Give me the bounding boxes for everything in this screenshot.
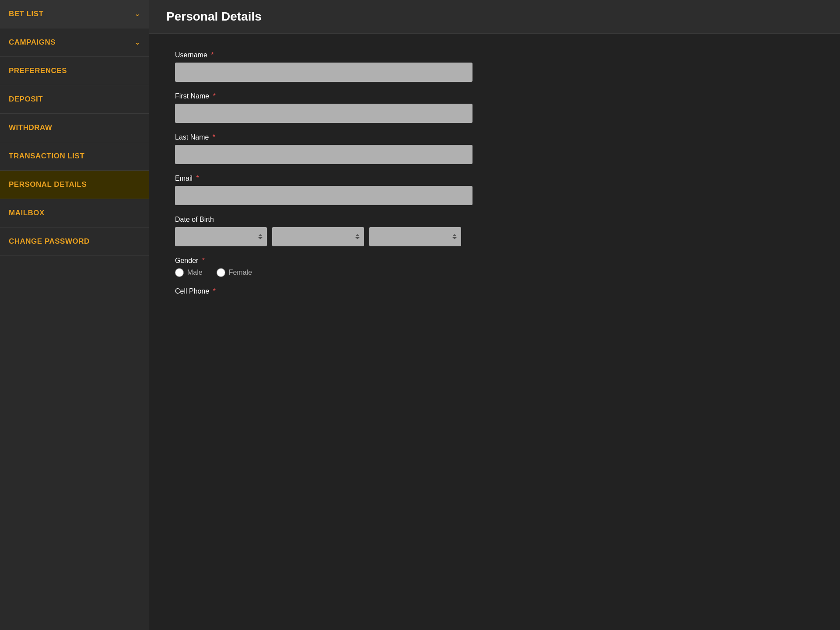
sidebar-item-deposit[interactable]: DEPOSIT (0, 85, 149, 114)
email-input[interactable] (175, 186, 472, 205)
dob-field: Date of Birth (175, 216, 814, 246)
gender-options-container: Male Female (175, 268, 814, 277)
sidebar-item-label: CHANGE PASSWORD (9, 237, 90, 246)
dob-label: Date of Birth (175, 216, 814, 224)
sidebar-item-label: WITHDRAW (9, 123, 52, 132)
gender-female-label: Female (229, 269, 252, 276)
personal-details-form: Username * First Name * Last Name * Emai… (149, 34, 840, 323)
required-marker: * (209, 51, 214, 59)
username-field: Username * (175, 51, 814, 82)
sidebar-item-transaction-list[interactable]: TRANSACTION LIST (0, 142, 149, 171)
gender-male-radio[interactable] (175, 268, 184, 277)
cell-phone-field: Cell Phone * (175, 287, 814, 295)
chevron-down-icon: ⌄ (135, 10, 140, 18)
sidebar: BET LIST ⌄ CAMPAIGNS ⌄ PREFERENCES DEPOS… (0, 0, 149, 630)
required-marker: * (211, 287, 216, 295)
cell-phone-label: Cell Phone * (175, 287, 814, 295)
sidebar-item-preferences[interactable]: PREFERENCES (0, 57, 149, 85)
last-name-field: Last Name * (175, 133, 814, 164)
sidebar-item-label: BET LIST (9, 10, 44, 18)
dob-month-select[interactable] (272, 227, 364, 246)
sidebar-item-label: MAILBOX (9, 209, 45, 217)
dob-year-select[interactable] (369, 227, 461, 246)
sidebar-item-mailbox[interactable]: MAILBOX (0, 199, 149, 228)
sidebar-item-change-password[interactable]: CHANGE PASSWORD (0, 228, 149, 256)
page-header: Personal Details (149, 0, 840, 34)
username-input[interactable] (175, 63, 472, 82)
gender-male-label: Male (187, 269, 203, 276)
first-name-field: First Name * (175, 92, 814, 123)
required-marker: * (194, 175, 199, 182)
gender-field: Gender * Male Female (175, 257, 814, 277)
sidebar-item-bet-list[interactable]: BET LIST ⌄ (0, 0, 149, 28)
sidebar-item-campaigns[interactable]: CAMPAIGNS ⌄ (0, 28, 149, 57)
last-name-label: Last Name * (175, 133, 814, 141)
dob-day-select[interactable] (175, 227, 267, 246)
sidebar-item-label: DEPOSIT (9, 95, 43, 104)
required-marker: * (210, 133, 215, 141)
email-label: Email * (175, 175, 814, 182)
required-marker: * (200, 257, 205, 264)
first-name-input[interactable] (175, 104, 472, 123)
sidebar-item-label: CAMPAIGNS (9, 38, 56, 47)
chevron-down-icon: ⌄ (135, 39, 140, 46)
first-name-label: First Name * (175, 92, 814, 100)
page-title: Personal Details (166, 10, 822, 24)
gender-female-option[interactable]: Female (217, 268, 252, 277)
dob-month-wrapper (272, 227, 364, 246)
gender-label: Gender * (175, 257, 814, 265)
sidebar-item-label: PREFERENCES (9, 66, 67, 75)
required-marker: * (211, 92, 216, 100)
sidebar-item-label: TRANSACTION LIST (9, 152, 84, 161)
dob-day-wrapper (175, 227, 267, 246)
main-content: Personal Details Username * First Name *… (149, 0, 840, 630)
gender-female-radio[interactable] (217, 268, 225, 277)
sidebar-item-withdraw[interactable]: WITHDRAW (0, 114, 149, 142)
dob-selects-container (175, 227, 814, 246)
sidebar-item-label: PERSONAL DETAILS (9, 180, 87, 189)
email-field: Email * (175, 175, 814, 205)
dob-year-wrapper (369, 227, 461, 246)
username-label: Username * (175, 51, 814, 59)
sidebar-item-personal-details[interactable]: PERSONAL DETAILS (0, 171, 149, 199)
last-name-input[interactable] (175, 145, 472, 164)
gender-male-option[interactable]: Male (175, 268, 203, 277)
